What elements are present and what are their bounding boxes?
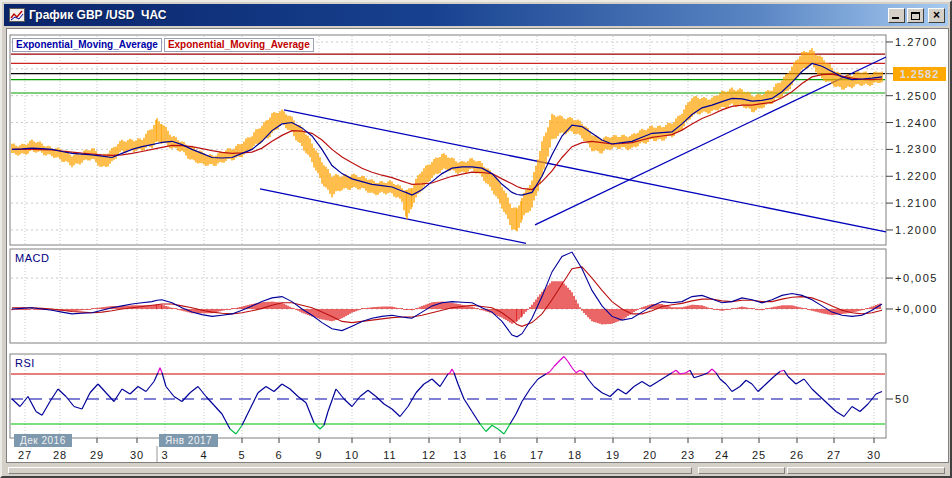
rsi-pane-label: RSI [15, 357, 35, 369]
macd-pane-label: MACD [15, 252, 49, 264]
month-label-dec2016: Дек 2016 [14, 434, 72, 447]
pane-splitter-2[interactable] [698, 467, 785, 474]
month-label-jan2017: Янв 2017 [159, 434, 218, 447]
ema-legend-fast[interactable]: Exponential_Moving_Average [12, 38, 162, 52]
bottom-strip [6, 463, 949, 476]
chart-canvas[interactable] [2, 2, 952, 478]
current-price-badge: 1.2582 [893, 67, 946, 81]
pane-splitter-1[interactable] [8, 467, 692, 474]
app-window: График GBP /USD ЧАС × 1.27001.25001.2400… [0, 0, 952, 478]
pane-splitter-3[interactable] [787, 467, 945, 474]
indicator-legend: Exponential_Moving_Average Exponential_M… [12, 38, 314, 52]
ema-legend-slow[interactable]: Exponential_Moving_Average [164, 38, 314, 52]
